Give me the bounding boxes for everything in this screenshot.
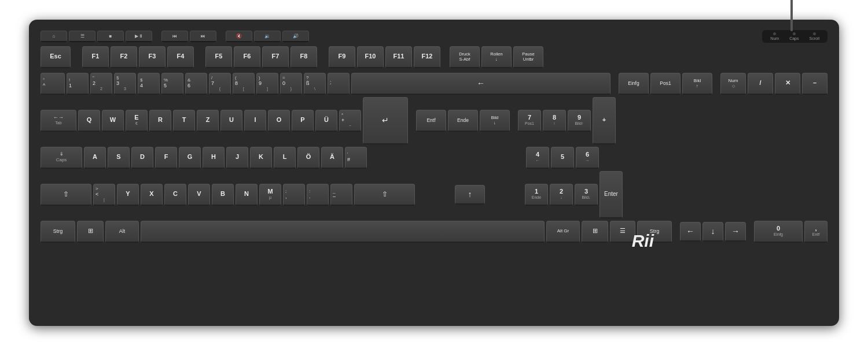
key-f8[interactable]: F8 bbox=[290, 46, 317, 68]
key-f10[interactable]: F10 bbox=[357, 46, 384, 68]
key-tab[interactable]: ←→ Tab bbox=[41, 110, 76, 132]
key-menu[interactable]: ☰ bbox=[610, 221, 635, 243]
key-b[interactable]: B bbox=[212, 184, 234, 206]
key-np-plus[interactable]: + bbox=[593, 97, 616, 144]
key-scroll-lock[interactable]: Rollen↓ bbox=[481, 46, 512, 68]
media-files[interactable]: ☰ bbox=[69, 31, 95, 42]
key-np-enter[interactable]: Enter bbox=[599, 171, 623, 218]
key-e[interactable]: E € bbox=[126, 110, 148, 132]
media-stop[interactable]: ■ bbox=[97, 31, 124, 42]
media-play[interactable]: ▶⏸ bbox=[126, 31, 152, 42]
key-end[interactable]: Ende bbox=[448, 110, 478, 132]
key-arrow-right[interactable]: → bbox=[725, 222, 746, 242]
key-g[interactable]: G bbox=[179, 147, 201, 169]
key-n[interactable]: N bbox=[236, 184, 258, 206]
key-np9[interactable]: 9 Bild↑ bbox=[568, 110, 591, 132]
key-plus[interactable]: * + ~ bbox=[339, 110, 361, 132]
key-z[interactable]: Z bbox=[197, 110, 219, 132]
key-f[interactable]: F bbox=[155, 147, 177, 169]
media-prev[interactable]: ⏮ bbox=[161, 31, 188, 42]
key-w[interactable]: W bbox=[102, 110, 124, 132]
key-l[interactable]: L bbox=[274, 147, 296, 169]
key-page-down[interactable]: Bild↓ bbox=[480, 110, 510, 132]
key-delete[interactable]: Entf bbox=[416, 110, 446, 132]
key-o[interactable]: O bbox=[268, 110, 290, 132]
key-d[interactable]: D bbox=[131, 147, 153, 169]
key-m[interactable]: M µ bbox=[259, 184, 281, 206]
key-2[interactable]: " 2 2 bbox=[90, 73, 112, 95]
key-q[interactable]: Q bbox=[78, 110, 100, 132]
key-f3[interactable]: F3 bbox=[139, 46, 165, 68]
key-3[interactable]: § 3 3 bbox=[114, 73, 136, 95]
key-np-minus[interactable]: – bbox=[802, 73, 827, 95]
key-minus[interactable]: _ – bbox=[330, 184, 352, 206]
key-caps-lock[interactable]: ⇓ Caps bbox=[41, 147, 82, 169]
key-np7[interactable]: 7 Pos1 bbox=[518, 110, 541, 132]
key-hash[interactable]: ' # bbox=[345, 147, 367, 169]
media-mute[interactable]: 🔇 bbox=[226, 31, 252, 42]
key-arrow-left[interactable]: ← bbox=[680, 222, 701, 242]
key-alt-gr[interactable]: Alt Gr bbox=[546, 221, 580, 243]
key-insert[interactable]: Einfg bbox=[619, 73, 649, 95]
media-next[interactable]: ⏭ bbox=[190, 31, 216, 42]
key-left-win[interactable]: ⊞ bbox=[77, 221, 104, 243]
key-f7[interactable]: F7 bbox=[262, 46, 289, 68]
key-9[interactable]: ) 9 ] bbox=[256, 73, 278, 95]
key-np3[interactable]: 3 Bild↓ bbox=[575, 184, 598, 206]
key-6[interactable]: & 6 bbox=[185, 73, 207, 95]
key-f5[interactable]: F5 bbox=[205, 46, 232, 68]
media-home[interactable]: ⌂ bbox=[41, 31, 67, 42]
key-pos1[interactable]: Pos1 bbox=[650, 73, 681, 95]
key-left-shift[interactable]: ⇧ bbox=[41, 184, 91, 206]
key-comma[interactable]: ; , bbox=[283, 184, 305, 206]
key-1[interactable]: ! 1 bbox=[67, 73, 89, 95]
key-0[interactable]: = 0 } bbox=[280, 73, 302, 95]
key-arrow-down[interactable]: ↓ bbox=[703, 222, 723, 242]
key-f6[interactable]: F6 bbox=[234, 46, 260, 68]
key-r[interactable]: R bbox=[149, 110, 171, 132]
key-sharp-s[interactable]: ? ß \ bbox=[304, 73, 326, 95]
key-k[interactable]: K bbox=[250, 147, 272, 169]
key-v[interactable]: V bbox=[188, 184, 210, 206]
media-vol-down[interactable]: 🔉 bbox=[254, 31, 281, 42]
key-np-multiply[interactable]: ✕ bbox=[775, 73, 800, 95]
key-f9[interactable]: F9 bbox=[329, 46, 355, 68]
key-c[interactable]: C bbox=[164, 184, 186, 206]
key-p[interactable]: P bbox=[292, 110, 314, 132]
key-oumlaut[interactable]: Ö bbox=[297, 147, 319, 169]
key-8[interactable]: ( 8 [ bbox=[233, 73, 255, 95]
key-i[interactable]: I bbox=[244, 110, 266, 132]
key-num-lock[interactable]: Num ◇ bbox=[720, 73, 746, 95]
key-5[interactable]: % 5 bbox=[161, 73, 183, 95]
key-u[interactable]: U bbox=[220, 110, 242, 132]
key-f1[interactable]: F1 bbox=[82, 46, 109, 68]
key-pause[interactable]: PauseUntbr bbox=[513, 46, 543, 68]
key-left-alt[interactable]: Alt bbox=[105, 221, 139, 243]
key-np-slash[interactable]: / bbox=[748, 73, 773, 95]
key-np5[interactable]: 5 bbox=[551, 147, 574, 169]
key-s[interactable]: S bbox=[108, 147, 130, 169]
key-t[interactable]: T bbox=[173, 110, 195, 132]
key-np0[interactable]: 0 Einfg bbox=[754, 221, 803, 243]
key-np-decimal[interactable]: , Entf bbox=[804, 221, 827, 243]
key-f4[interactable]: F4 bbox=[167, 46, 194, 68]
key-np8[interactable]: 8 ↑ bbox=[543, 110, 566, 132]
key-f12[interactable]: F12 bbox=[414, 46, 440, 68]
key-y[interactable]: Y bbox=[117, 184, 139, 206]
key-j[interactable]: J bbox=[226, 147, 248, 169]
key-period[interactable]: : . bbox=[307, 184, 329, 206]
key-f2[interactable]: F2 bbox=[111, 46, 137, 68]
key-np2[interactable]: 2 ↓ bbox=[550, 184, 573, 206]
key-np6[interactable]: 6 → bbox=[576, 147, 599, 169]
key-np1[interactable]: 1 Ende bbox=[525, 184, 548, 206]
key-backtick[interactable]: ° ^ bbox=[41, 73, 65, 95]
key-right-ctrl[interactable]: Strg bbox=[637, 221, 672, 243]
key-left-ctrl[interactable]: Strg bbox=[41, 221, 75, 243]
key-h[interactable]: H bbox=[203, 147, 225, 169]
key-right-win[interactable]: ⊞ bbox=[582, 221, 608, 243]
key-x[interactable]: X bbox=[141, 184, 163, 206]
key-backspace[interactable]: ← bbox=[351, 73, 610, 95]
key-aumlaut[interactable]: Ä bbox=[321, 147, 343, 169]
key-4[interactable]: $ 4 bbox=[138, 73, 160, 95]
key-arrow-up[interactable]: ↑ bbox=[455, 185, 485, 205]
